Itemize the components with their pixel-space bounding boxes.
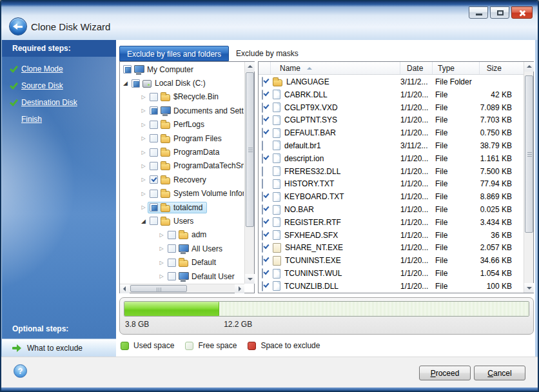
expander-collapsed-icon[interactable]: ▷ bbox=[157, 246, 166, 251]
file-row-tcuninst-wul[interactable]: TCUNINST.WUL1/1/20...File1.054 KB bbox=[259, 267, 524, 280]
tree-item-checkbox[interactable] bbox=[150, 148, 158, 157]
tree-item-checkbox[interactable] bbox=[150, 162, 158, 170]
tree-item-checkbox[interactable] bbox=[123, 65, 132, 74]
file-row-checkbox[interactable] bbox=[262, 217, 263, 228]
cancel-button[interactable]: Cancel bbox=[474, 366, 525, 380]
tab-exclude-by-masks[interactable]: Exclude by masks bbox=[229, 46, 306, 61]
file-row-checkbox[interactable] bbox=[262, 153, 263, 164]
file-vertical-scrollbar[interactable] bbox=[524, 62, 533, 293]
tree-item-programdata[interactable]: ▷ProgramData bbox=[120, 145, 244, 159]
file-row-checkbox[interactable] bbox=[262, 268, 263, 279]
column-header-date[interactable]: Date bbox=[400, 62, 433, 74]
expander-collapsed-icon[interactable]: ▷ bbox=[139, 163, 148, 169]
file-row-language[interactable]: LANGUAGE3/11/2...File Folder bbox=[259, 75, 524, 88]
expander-collapsed-icon[interactable]: ▷ bbox=[157, 273, 166, 279]
file-row-tcuninst-exe[interactable]: TCUNINST.EXE1/1/20...File34.66 KB bbox=[259, 254, 524, 267]
tree-item-checkbox[interactable] bbox=[150, 106, 158, 115]
file-row-checkbox[interactable] bbox=[262, 115, 263, 125]
file-row-tcunzlib-dll[interactable]: TCUNZLIB.DLL1/1/20...File100 KB bbox=[259, 280, 524, 293]
file-row-sfxhead-sfx[interactable]: SFXHEAD.SFX1/1/20...File36 KB bbox=[259, 229, 524, 242]
tree-item-checkbox[interactable] bbox=[150, 217, 158, 225]
tree-item-perflogs[interactable]: ▷PerfLogs bbox=[120, 118, 244, 132]
tree-item-checkbox[interactable] bbox=[150, 121, 158, 129]
proceed-button[interactable]: Proceed bbox=[419, 366, 471, 380]
tree-item-checkbox[interactable] bbox=[150, 190, 158, 198]
scroll-right-button[interactable] bbox=[235, 284, 244, 293]
file-row-register-rtf[interactable]: REGISTER.RTF1/1/20...File3.434 KB bbox=[259, 216, 524, 229]
tree-item-system-volume-information[interactable]: ▷System Volume Information bbox=[120, 187, 244, 201]
maximize-button[interactable] bbox=[490, 6, 509, 19]
column-header-name[interactable]: Name bbox=[271, 62, 400, 74]
minimize-button[interactable] bbox=[469, 6, 488, 19]
tree-item-checkbox[interactable] bbox=[150, 175, 158, 184]
tree-item-adm[interactable]: ▷adm bbox=[120, 228, 244, 242]
file-row-freres32-dll[interactable]: FRERES32.DLL1/1/20...File7.500 KB bbox=[259, 165, 524, 178]
tree-item-default[interactable]: ▷Default bbox=[120, 255, 244, 269]
scrollbar-thumb[interactable] bbox=[130, 285, 187, 292]
file-row-cglpt9x-vxd[interactable]: CGLPT9X.VXD1/1/20...File7.089 KB bbox=[259, 101, 524, 114]
expander-collapsed-icon[interactable]: ▷ bbox=[157, 260, 166, 266]
scrollbar-thumb[interactable] bbox=[246, 72, 254, 227]
tree-item-programdatatechsmith[interactable]: ▷ProgramDataTechSmith bbox=[120, 159, 244, 173]
file-row-checkbox[interactable] bbox=[262, 90, 263, 100]
file-row-checkbox[interactable] bbox=[262, 242, 263, 253]
file-row-history-txt[interactable]: HISTORY.TXT1/1/20...File77.94 KB bbox=[259, 178, 524, 191]
expander-collapsed-icon[interactable]: ▷ bbox=[139, 150, 148, 155]
tree-item-users[interactable]: ◢Users bbox=[120, 214, 244, 228]
column-header-type[interactable]: Type bbox=[433, 62, 480, 74]
file-row-no-bar[interactable]: NO.BAR1/1/20...File0.025 KB bbox=[259, 203, 524, 216]
tree-item-checkbox[interactable] bbox=[168, 272, 176, 280]
tree-item-all-users[interactable]: ▷All Users bbox=[120, 242, 244, 255]
expander-collapsed-icon[interactable]: ▷ bbox=[139, 204, 148, 210]
expander-collapsed-icon[interactable]: ▷ bbox=[139, 177, 148, 182]
file-row-checkbox[interactable] bbox=[262, 103, 263, 113]
expander-expanded-icon[interactable]: ◢ bbox=[121, 80, 130, 86]
expander-expanded-icon[interactable]: ◢ bbox=[139, 218, 148, 224]
sidebar-step-finish[interactable]: Finish bbox=[2, 111, 116, 128]
expander-collapsed-icon[interactable]: ▷ bbox=[157, 232, 166, 238]
scroll-down-button[interactable] bbox=[524, 283, 534, 293]
file-row-cabrk-dll[interactable]: CABRK.DLL1/1/20...File42 KB bbox=[259, 88, 524, 101]
file-row-checkbox[interactable] bbox=[262, 141, 263, 151]
tree-item-default-user[interactable]: ▷Default User bbox=[120, 270, 244, 283]
file-row-checkbox[interactable] bbox=[262, 204, 263, 215]
file-row-checkbox[interactable] bbox=[262, 77, 263, 87]
file-row-checkbox[interactable] bbox=[262, 166, 263, 177]
file-row-default-bar[interactable]: DEFAULT.BAR1/1/20...File0.750 KB bbox=[259, 126, 524, 139]
scroll-up-button[interactable] bbox=[245, 62, 255, 72]
file-row-cglptnt-sys[interactable]: CGLPTNT.SYS1/1/20...File7.703 KB bbox=[259, 113, 524, 126]
column-header-size[interactable]: Size bbox=[480, 62, 524, 74]
tree-item-checkbox[interactable] bbox=[132, 79, 140, 88]
expander-collapsed-icon[interactable]: ▷ bbox=[139, 191, 148, 197]
expander-collapsed-icon[interactable]: ▷ bbox=[139, 122, 148, 128]
file-row-checkbox[interactable] bbox=[262, 191, 263, 202]
file-row-share-nt-exe[interactable]: SHARE_NT.EXE1/1/20...File2.057 KB bbox=[259, 242, 524, 255]
expander-collapsed-icon[interactable]: ▷ bbox=[139, 108, 148, 113]
tree-item-checkbox[interactable] bbox=[168, 259, 176, 267]
tree-item-local-disk-c[interactable]: ◢Local Disk (C:) bbox=[120, 76, 244, 90]
sidebar-item-what-to-exclude[interactable]: What to exclude bbox=[2, 338, 116, 357]
tab-exclude-by-files-and-folders[interactable]: Exclude by files and folders bbox=[119, 46, 229, 61]
close-button[interactable] bbox=[511, 6, 533, 19]
scroll-up-button[interactable] bbox=[524, 62, 534, 72]
tree-item-totalcmd[interactable]: ▷totalcmd bbox=[120, 201, 244, 214]
tree-item-documents-and-settings[interactable]: ▷Documents and Settings bbox=[120, 104, 244, 117]
file-row-checkbox[interactable] bbox=[262, 255, 263, 266]
file-row-default-br1[interactable]: default.br13/11/2...File38.79 KB bbox=[259, 139, 524, 152]
scrollbar-thumb[interactable] bbox=[525, 75, 533, 233]
sidebar-step-clone-mode[interactable]: Clone Mode bbox=[2, 61, 116, 77]
back-button[interactable] bbox=[9, 17, 27, 35]
scroll-down-button[interactable] bbox=[245, 274, 255, 284]
tree-item-checkbox[interactable] bbox=[150, 134, 158, 142]
tree-item-program-files[interactable]: ▷Program Files bbox=[120, 132, 244, 145]
file-row-checkbox[interactable] bbox=[262, 230, 263, 240]
expander-collapsed-icon[interactable]: ▷ bbox=[139, 94, 148, 100]
tree-item-checkbox[interactable] bbox=[150, 93, 158, 101]
sidebar-step-source-disk[interactable]: Source Disk bbox=[2, 77, 116, 94]
file-row-checkbox[interactable] bbox=[262, 179, 263, 189]
file-row-descript-ion[interactable]: descript.ion1/1/20...File1.161 KB bbox=[259, 152, 524, 165]
file-row-checkbox[interactable] bbox=[262, 128, 263, 138]
help-button[interactable]: ? bbox=[14, 364, 27, 378]
tree-item-recovery[interactable]: ▷Recovery bbox=[120, 173, 244, 186]
sidebar-step-destination-disk[interactable]: Destination Disk bbox=[2, 94, 116, 111]
